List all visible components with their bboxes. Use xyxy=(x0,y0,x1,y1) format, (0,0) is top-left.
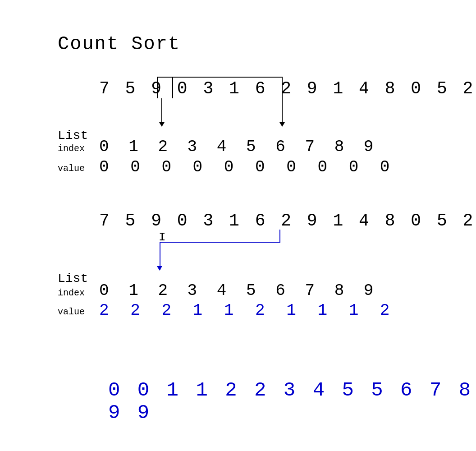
blue-horizontal-line xyxy=(160,242,280,243)
blue-vertical-right xyxy=(279,230,280,242)
section1-value-values: 0 0 0 0 0 0 0 0 0 0 xyxy=(99,158,395,176)
section2-index-label: index xyxy=(58,288,85,298)
section1-index-label: index xyxy=(58,143,85,154)
section2-list-label: List xyxy=(58,272,88,285)
page: Count Sort 7 5 9 0 3 1 6 2 9 1 4 8 0 5 2… xyxy=(0,0,476,451)
blue-vertical-left-arrow xyxy=(160,242,160,270)
section2-value-label: value xyxy=(58,307,85,317)
section1-array: 7 5 9 0 3 1 6 2 9 1 4 8 0 5 2 xyxy=(99,79,476,98)
arrow-right-to-list xyxy=(282,98,283,123)
page-title: Count Sort xyxy=(58,33,180,55)
section1-list-label: List xyxy=(58,129,88,143)
section2-index-values: 0 1 2 3 4 5 6 7 8 9 xyxy=(99,281,378,300)
section1-index-values: 0 1 2 3 4 5 6 7 8 9 xyxy=(99,138,378,156)
box-top-line xyxy=(157,77,283,78)
sorted-result: 0 0 1 1 2 2 3 4 5 5 6 7 8 9 9 xyxy=(108,379,476,424)
blue-arrowhead xyxy=(157,266,162,271)
section2-array: 7 5 9 0 3 1 6 2 9 1 4 8 0 5 2 xyxy=(99,211,476,230)
arrow-9-to-list xyxy=(161,98,162,123)
section2-value-values: 2 2 2 1 1 2 1 1 1 2 xyxy=(99,301,395,320)
section1-value-label: value xyxy=(58,163,85,174)
